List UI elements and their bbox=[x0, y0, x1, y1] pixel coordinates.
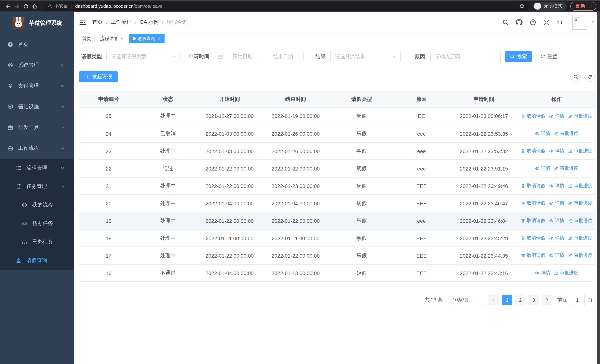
tab-首页[interactable]: 首页 bbox=[79, 34, 94, 43]
progress-link[interactable]: 审批进度 bbox=[568, 183, 592, 189]
cancel-link[interactable]: 取消请假 bbox=[521, 235, 545, 241]
reason-input[interactable]: 请输入原因 bbox=[430, 51, 501, 62]
cancel-link[interactable]: 取消请假 bbox=[521, 200, 545, 206]
cell-start: 2022-01-03 00:00:00 bbox=[197, 142, 262, 160]
breadcrumb-item[interactable]: OA 示例 bbox=[140, 19, 159, 26]
cancel-link[interactable]: 取消请假 bbox=[521, 148, 545, 154]
bookmark-star-icon[interactable] bbox=[519, 3, 525, 9]
tags-view-bar: 首页流程详情×请假查询× bbox=[74, 33, 600, 44]
browser-home-icon[interactable] bbox=[30, 2, 39, 10]
breadcrumb: 首页/工作流程/OA 示例/请假查询 bbox=[92, 19, 188, 26]
sidebar: 芋道管理系统 首页系统管理¥支付管理基础设施研发工具工作流程流程管理任务管理我的… bbox=[0, 12, 74, 364]
apply-time-range-picker[interactable]: 开始日期 - 结束日期 bbox=[214, 51, 303, 62]
avatar-caret-icon[interactable] bbox=[591, 20, 595, 24]
sidebar-item-研发工具[interactable]: 研发工具 bbox=[0, 117, 74, 138]
detail-link[interactable]: 详情 bbox=[535, 131, 550, 137]
cancel-link[interactable]: 取消请假 bbox=[521, 218, 545, 224]
list-icon bbox=[16, 165, 21, 171]
page-button-3[interactable]: 3 bbox=[528, 295, 539, 305]
next-page-button[interactable] bbox=[542, 295, 552, 305]
result-select[interactable]: 请选择流结果 bbox=[330, 51, 401, 62]
cancel-link[interactable]: 取消请假 bbox=[521, 113, 545, 119]
progress-link[interactable]: 审批进度 bbox=[568, 113, 592, 119]
detail-link[interactable]: 详情 bbox=[549, 235, 564, 241]
progress-link[interactable]: 审批进度 bbox=[554, 131, 578, 137]
sidebar-item-请假查询[interactable]: 请假查询 bbox=[0, 251, 74, 270]
font-size-icon[interactable]: TT bbox=[557, 19, 564, 26]
chevron-up-icon bbox=[60, 146, 65, 150]
header-search-icon[interactable] bbox=[502, 19, 509, 26]
progress-link[interactable]: 审批进度 bbox=[554, 270, 578, 276]
progress-link[interactable]: 审批进度 bbox=[568, 148, 592, 154]
cell-reason: EEE bbox=[394, 195, 449, 212]
sidebar-item-系统管理[interactable]: 系统管理 bbox=[0, 55, 74, 76]
detail-link[interactable]: 详情 bbox=[535, 165, 550, 172]
detail-link[interactable]: 详情 bbox=[549, 148, 564, 154]
page-button-1[interactable]: 1 bbox=[502, 295, 512, 305]
browser-forward-icon[interactable] bbox=[13, 2, 21, 10]
detail-link[interactable]: 详情 bbox=[535, 270, 550, 276]
close-tab-icon[interactable]: × bbox=[157, 36, 161, 41]
progress-link[interactable]: 审批进度 bbox=[568, 252, 592, 259]
browser-reload-icon[interactable] bbox=[21, 2, 30, 10]
refresh-icon bbox=[587, 74, 592, 79]
security-warning-icon bbox=[47, 4, 52, 9]
toggle-search-button[interactable] bbox=[570, 72, 581, 82]
prev-page-button[interactable] bbox=[488, 295, 499, 305]
progress-link[interactable]: 审批进度 bbox=[568, 218, 592, 224]
detail-link[interactable]: 详情 bbox=[549, 218, 564, 224]
browser-menu-icon[interactable] bbox=[589, 3, 594, 9]
page-size-select[interactable]: 10条/页 bbox=[448, 295, 483, 305]
browser-address-bar[interactable]: 不安全 dashboard.yudao.iocoder.cn/bpm/oa/le… bbox=[43, 2, 529, 10]
sidebar-item-已办任务[interactable]: 已办任务 bbox=[0, 233, 74, 251]
breadcrumb-item[interactable]: 工作流程 bbox=[111, 19, 131, 26]
browser-update-button[interactable]: 更新 bbox=[570, 2, 596, 10]
progress-link[interactable]: 审批进度 bbox=[568, 235, 592, 241]
edit-icon bbox=[568, 218, 573, 223]
cell-status: 处理中 bbox=[138, 212, 197, 229]
sidebar-item-我的流程[interactable]: 我的流程 bbox=[0, 196, 74, 214]
cell-apply_time: 2022-01-22 23:44:35 bbox=[449, 247, 518, 264]
end-date-placeholder: 结束日期 bbox=[267, 53, 300, 60]
sidebar-item-工作流程[interactable]: 工作流程 bbox=[0, 138, 74, 159]
breadcrumb-item[interactable]: 首页 bbox=[92, 19, 103, 26]
tab-流程详情[interactable]: 流程详情× bbox=[97, 34, 127, 43]
sidebar-item-支付管理[interactable]: ¥支付管理 bbox=[0, 76, 74, 96]
sidebar-fold-icon[interactable] bbox=[79, 19, 86, 26]
leave-type-select[interactable]: 请选择请假类型 bbox=[106, 51, 180, 62]
cell-start: 2022-01-22 00:00:00 bbox=[197, 160, 262, 177]
sidebar-item-流程管理[interactable]: 流程管理 bbox=[0, 159, 74, 177]
github-icon[interactable] bbox=[516, 19, 523, 26]
detail-link[interactable]: 详情 bbox=[549, 113, 564, 119]
goto-page-input[interactable]: 1 bbox=[570, 295, 585, 305]
reset-button[interactable]: 重置 bbox=[535, 51, 562, 62]
tab-请假查询[interactable]: 请假查询× bbox=[129, 34, 165, 43]
progress-link[interactable]: 审批进度 bbox=[568, 200, 592, 206]
close-tab-icon[interactable]: × bbox=[120, 36, 124, 41]
sidebar-item-任务管理[interactable]: 任务管理 bbox=[0, 177, 74, 196]
cell-type: 病假 bbox=[330, 177, 394, 195]
refresh-table-button[interactable] bbox=[584, 72, 595, 82]
create-leave-button[interactable]: 发起请假 bbox=[79, 71, 118, 82]
browser-back-icon[interactable] bbox=[4, 2, 13, 10]
help-icon[interactable]: ? bbox=[530, 19, 536, 26]
search-button[interactable]: 搜索 bbox=[505, 51, 532, 62]
app-logo-row[interactable]: 芋道管理系统 bbox=[0, 12, 74, 34]
cancel-link[interactable]: 取消请假 bbox=[521, 183, 545, 189]
progress-link[interactable]: 审批进度 bbox=[554, 165, 578, 172]
page-scrollbar[interactable] bbox=[597, 12, 600, 364]
sidebar-item-基础设施[interactable]: 基础设施 bbox=[0, 96, 74, 117]
cancel-link[interactable]: 取消请假 bbox=[521, 252, 545, 259]
cell-id: 17 bbox=[79, 247, 138, 264]
detail-link[interactable]: 详情 bbox=[549, 183, 564, 189]
page-button-2[interactable]: 2 bbox=[515, 295, 525, 305]
cell-id: 24 bbox=[79, 125, 138, 142]
fullscreen-icon[interactable] bbox=[543, 19, 550, 26]
sidebar-item-待办任务[interactable]: 待办任务 bbox=[0, 214, 74, 233]
sidebar-item-首页[interactable]: 首页 bbox=[0, 34, 74, 55]
cell-id: 21 bbox=[79, 177, 138, 195]
cell-id: 25 bbox=[79, 107, 138, 125]
avatar[interactable] bbox=[572, 15, 587, 30]
detail-link[interactable]: 详情 bbox=[549, 200, 564, 206]
detail-link[interactable]: 详情 bbox=[549, 252, 564, 259]
